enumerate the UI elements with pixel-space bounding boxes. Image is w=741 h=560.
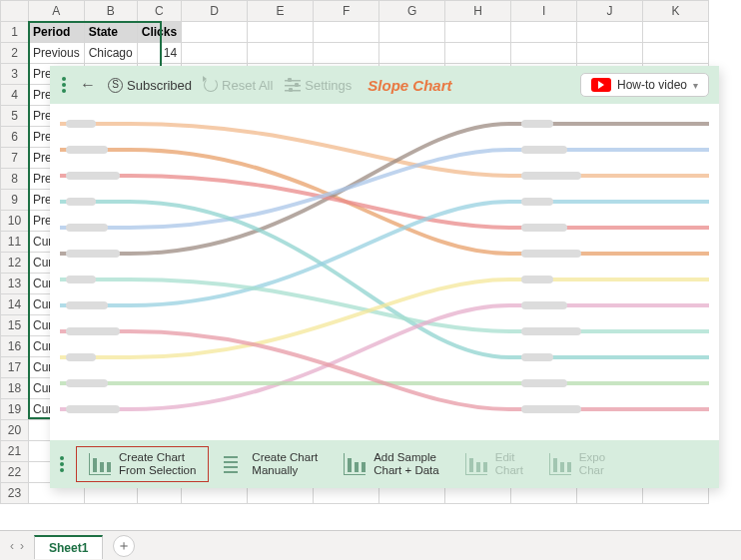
col-header[interactable]: B — [84, 1, 137, 22]
row-header[interactable]: 18 — [1, 378, 29, 399]
row-header[interactable]: 16 — [1, 336, 29, 357]
sheet-tab-active[interactable]: Sheet1 — [34, 535, 103, 559]
row-header[interactable]: 10 — [1, 211, 29, 232]
cell[interactable]: Previous — [29, 43, 85, 64]
sheet-nav: ‹ › — [0, 539, 34, 553]
next-sheet-button[interactable]: › — [20, 539, 24, 553]
cell[interactable]: State — [84, 22, 137, 43]
cell[interactable] — [379, 22, 445, 43]
row-header[interactable]: 5 — [1, 106, 29, 127]
chevron-down-icon: ▾ — [693, 80, 698, 91]
btn-line2: Chart + Data — [373, 464, 439, 477]
col-header[interactable]: I — [511, 1, 577, 22]
cell[interactable] — [248, 22, 314, 43]
cell[interactable] — [248, 43, 314, 64]
cell[interactable] — [511, 43, 577, 64]
cell[interactable]: Chicago — [84, 43, 137, 64]
series-label-right — [521, 353, 553, 361]
export-chart-button[interactable]: Expo Char — [536, 446, 618, 482]
back-button[interactable]: ← — [80, 76, 96, 94]
col-header[interactable]: C — [137, 1, 181, 22]
dollar-icon: S — [108, 78, 123, 93]
create-chart-from-selection-button[interactable]: Create Chart From Selection — [76, 446, 209, 482]
slope-series — [60, 150, 709, 228]
btn-line2: From Selection — [119, 464, 196, 477]
row-header[interactable]: 3 — [1, 64, 29, 85]
col-header[interactable]: J — [577, 1, 643, 22]
col-header[interactable]: K — [643, 1, 709, 22]
row-header[interactable]: 12 — [1, 253, 29, 274]
select-all-corner[interactable] — [1, 1, 29, 22]
cell[interactable] — [511, 22, 577, 43]
cell[interactable] — [182, 43, 248, 64]
create-chart-manually-button[interactable]: Create Chart Manually — [209, 446, 331, 482]
subscribed-chip[interactable]: S Subscribed — [108, 78, 192, 93]
reset-all-label: Reset All — [222, 78, 273, 93]
cell[interactable] — [182, 22, 248, 43]
row-header[interactable]: 22 — [1, 462, 29, 483]
row-header[interactable]: 13 — [1, 274, 29, 294]
cell[interactable] — [577, 22, 643, 43]
export-chart-icon — [549, 453, 571, 475]
drag-handle-icon[interactable] — [58, 456, 66, 472]
settings-button[interactable]: Settings — [285, 78, 352, 93]
cell[interactable] — [314, 43, 379, 64]
row-header[interactable]: 4 — [1, 85, 29, 106]
slope-lines — [50, 104, 719, 440]
row-header[interactable]: 23 — [1, 483, 29, 504]
row-header[interactable]: 1 — [1, 22, 29, 43]
row-header[interactable]: 8 — [1, 169, 29, 190]
sliders-icon — [285, 78, 301, 92]
bar-chart-icon — [89, 453, 111, 475]
prev-sheet-button[interactable]: ‹ — [10, 539, 14, 553]
cell[interactable] — [379, 43, 445, 64]
row-header[interactable]: 11 — [1, 232, 29, 253]
cell[interactable] — [577, 43, 643, 64]
settings-label: Settings — [305, 78, 352, 93]
row-header[interactable]: 6 — [1, 127, 29, 148]
row-header[interactable]: 15 — [1, 315, 29, 336]
series-label-left — [66, 250, 120, 258]
cell[interactable] — [314, 22, 379, 43]
series-label-left — [66, 327, 120, 335]
col-header[interactable]: F — [314, 1, 379, 22]
series-label-left — [66, 224, 108, 232]
series-label-right — [521, 301, 567, 309]
btn-line2: Char — [579, 464, 605, 477]
row-header[interactable]: 17 — [1, 357, 29, 378]
cell[interactable] — [643, 22, 709, 43]
col-header[interactable]: A — [29, 1, 85, 22]
cell[interactable]: 14 — [137, 43, 181, 64]
cell[interactable]: Period — [29, 22, 85, 43]
cell[interactable]: Clicks — [137, 22, 181, 43]
row-header[interactable]: 9 — [1, 190, 29, 211]
row-header[interactable]: 19 — [1, 399, 29, 420]
series-label-left — [66, 276, 96, 283]
row-header[interactable]: 21 — [1, 441, 29, 462]
chart-task-pane: ← S Subscribed Reset All Settings Slope … — [50, 66, 719, 488]
row-header[interactable]: 14 — [1, 294, 29, 315]
cell[interactable] — [643, 43, 709, 64]
series-label-left — [66, 301, 108, 309]
cell[interactable] — [445, 43, 511, 64]
drag-handle-icon[interactable] — [60, 77, 68, 93]
add-sheet-button[interactable]: ＋ — [113, 535, 135, 557]
cell[interactable] — [445, 22, 511, 43]
reset-all-button[interactable]: Reset All — [204, 78, 273, 93]
reset-icon — [204, 78, 218, 92]
row-header[interactable]: 7 — [1, 148, 29, 169]
edit-chart-button[interactable]: Edit Chart — [452, 446, 536, 482]
howto-video-button[interactable]: How-to video ▾ — [580, 73, 709, 97]
series-label-right — [521, 379, 567, 387]
series-label-left — [66, 172, 120, 180]
col-header[interactable]: H — [445, 1, 511, 22]
row-header[interactable]: 20 — [1, 420, 29, 441]
howto-label: How-to video — [617, 78, 687, 92]
col-header[interactable]: G — [379, 1, 445, 22]
col-header[interactable]: D — [182, 1, 248, 22]
row-header[interactable]: 2 — [1, 43, 29, 64]
add-sample-chart-button[interactable]: Add Sample Chart + Data — [331, 446, 452, 482]
col-header[interactable]: E — [248, 1, 314, 22]
sample-chart-icon — [344, 453, 366, 475]
series-label-left — [66, 198, 96, 206]
